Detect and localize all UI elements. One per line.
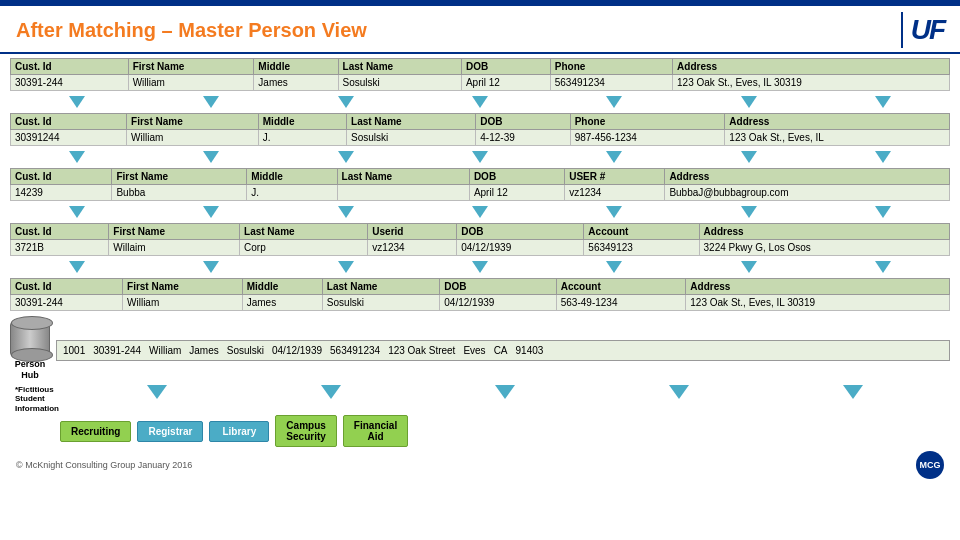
table-arrow	[606, 261, 622, 273]
col-header: Address	[725, 114, 950, 130]
table-arrow	[69, 96, 85, 108]
table-cell: Sosulski	[338, 75, 461, 91]
table-cell: 123 Oak St., Eves, IL 30319	[673, 75, 950, 91]
table-cell: 30391-244	[11, 295, 123, 311]
col-header: Middle	[258, 114, 346, 130]
col-header: Cust. Id	[11, 59, 129, 75]
hub-id: 1001	[63, 345, 85, 356]
col-header: Last Name	[338, 59, 461, 75]
table-arrow	[741, 151, 757, 163]
col-header: Cust. Id	[11, 114, 127, 130]
hub-city: Eves	[463, 345, 485, 356]
table-arrow	[338, 151, 354, 163]
table-cell: James	[254, 75, 338, 91]
col-header: DOB	[440, 279, 556, 295]
table-cell: 123 Oak St., Eves, IL 30319	[686, 295, 950, 311]
bottom-section: PersonHub 1001 30391-244 William James S…	[0, 317, 960, 385]
record-table-0: Cust. IdFirst NameMiddleLast NameDOBPhon…	[10, 58, 950, 91]
copyright: © McKnight Consulting Group January 2016	[16, 460, 192, 470]
hub-cust-id: 30391-244	[93, 345, 141, 356]
downstream-box-4: FinancialAid	[343, 415, 408, 447]
table-arrow	[875, 206, 891, 218]
col-header: Address	[665, 169, 950, 185]
between-table-arrows	[10, 205, 950, 219]
hub-middle: James	[189, 345, 218, 356]
table-arrow	[606, 151, 622, 163]
table-cell: 56349123	[584, 240, 699, 256]
downstream-arrow	[843, 385, 863, 399]
between-table-arrows	[10, 260, 950, 274]
table-cell: 563-49-1234	[556, 295, 686, 311]
downstream-arrow	[321, 385, 341, 399]
record-table-1: Cust. IdFirst NameMiddleLast NameDOBPhon…	[10, 113, 950, 146]
table-cell: 4-12-39	[476, 130, 570, 146]
table-cell: Bubba	[112, 185, 247, 201]
col-header: Cust. Id	[11, 169, 112, 185]
col-header: Last Name	[337, 169, 469, 185]
downstream-box-0: Recruiting	[60, 421, 131, 442]
hub-first: William	[149, 345, 181, 356]
table-cell	[337, 185, 469, 201]
table-cell: vz1234	[565, 185, 665, 201]
table-arrow	[203, 96, 219, 108]
main-content: Cust. IdFirst NameMiddleLast NameDOBPhon…	[0, 54, 960, 315]
table-arrow	[338, 206, 354, 218]
hub-phone: 563491234	[330, 345, 380, 356]
table-cell: Willaim	[109, 240, 240, 256]
table-arrow	[472, 206, 488, 218]
col-header: Last Name	[347, 114, 476, 130]
col-header: First Name	[127, 114, 259, 130]
col-header: Cust. Id	[11, 224, 109, 240]
record-table-2: Cust. IdFirst NameMiddleLast NameDOBUSER…	[10, 168, 950, 201]
downstream-arrow	[147, 385, 167, 399]
table-arrow	[472, 96, 488, 108]
col-header: Account	[556, 279, 686, 295]
table-cell: 987-456-1234	[570, 130, 725, 146]
footer: © McKnight Consulting Group January 2016…	[0, 449, 960, 481]
hub-record-row: 1001 30391-244 William James Sosulski 04…	[56, 340, 950, 361]
table-arrow	[69, 151, 85, 163]
downstream-box-1: Registrar	[137, 421, 203, 442]
col-header: Cust. Id	[11, 279, 123, 295]
col-header: First Name	[109, 224, 240, 240]
record-table-3: Cust. IdFirst NameLast NameUseridDOBAcco…	[10, 223, 950, 256]
logo-divider	[901, 12, 903, 48]
table-cell: J.	[258, 130, 346, 146]
col-header: DOB	[469, 169, 564, 185]
col-header: First Name	[123, 279, 243, 295]
table-cell: Sosulski	[322, 295, 439, 311]
table-row: 14239BubbaJ.April 12vz1234BubbaJ@bubbagr…	[11, 185, 950, 201]
table-cell: J.	[247, 185, 337, 201]
person-hub-label: PersonHub	[15, 359, 46, 381]
table-arrow	[741, 206, 757, 218]
col-header: First Name	[128, 59, 254, 75]
table-arrow	[338, 261, 354, 273]
header: After Matching – Master Person View UF	[0, 6, 960, 54]
col-header: Address	[673, 59, 950, 75]
col-header: Last Name	[322, 279, 439, 295]
hub-last: Sosulski	[227, 345, 264, 356]
table-arrow	[606, 96, 622, 108]
table-arrow	[741, 261, 757, 273]
downstream-boxes: RecruitingRegistrarLibraryCampusSecurity…	[0, 413, 960, 449]
mcg-logo: MCG	[916, 451, 944, 479]
table-arrow	[69, 206, 85, 218]
downstream-box-2: Library	[209, 421, 269, 442]
table-arrow	[203, 261, 219, 273]
table-arrow	[69, 261, 85, 273]
col-header: Last Name	[240, 224, 368, 240]
header-logo: UF	[901, 12, 944, 48]
table-arrow	[472, 151, 488, 163]
table-cell: BubbaJ@bubbagroup.com	[665, 185, 950, 201]
table-cell: William	[128, 75, 254, 91]
table-row: 30391244WilliamJ.Sosulski4-12-39987-456-…	[11, 130, 950, 146]
downstream-box-3: CampusSecurity	[275, 415, 336, 447]
table-cell: April 12	[461, 75, 550, 91]
table-cell: 563491234	[550, 75, 672, 91]
hub-zip: 91403	[516, 345, 544, 356]
table-arrow	[203, 151, 219, 163]
table-arrow	[203, 206, 219, 218]
fictitious-label: *Fictitious StudentInformation	[15, 385, 59, 414]
table-cell: 04/12/1939	[457, 240, 584, 256]
col-header: USER #	[565, 169, 665, 185]
